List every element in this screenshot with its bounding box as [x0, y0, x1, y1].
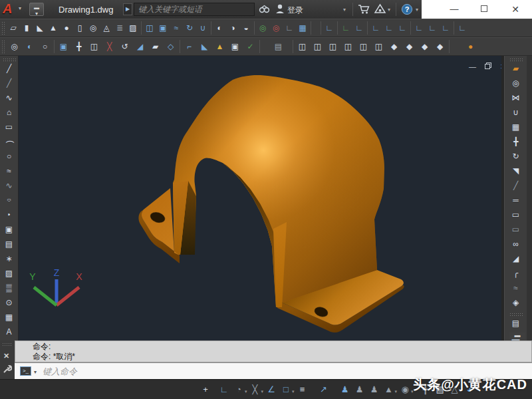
polar-tracking-caret-icon[interactable]: ▾ [245, 389, 247, 394]
view-front-icon[interactable]: ◫ [357, 39, 370, 54]
circle-icon[interactable]: ○ [3, 150, 16, 162]
ucs-icon[interactable]: ∟ [323, 21, 336, 35]
offset-icon[interactable]: ∪ [509, 106, 523, 118]
window-maximize-button[interactable] [469, 0, 499, 19]
polysolid-icon[interactable]: ▱ [7, 21, 20, 35]
rotate-icon[interactable]: ↻ [509, 150, 523, 162]
object-snap-caret-icon[interactable]: ▾ [292, 389, 295, 394]
hatch-icon[interactable]: ▨ [3, 267, 16, 279]
command-prompt-caret-icon[interactable]: ▾ [34, 369, 37, 375]
mirror-icon[interactable]: ⋈ [509, 92, 523, 104]
properties-icon[interactable]: ▤ [509, 317, 523, 329]
section-plane-icon[interactable]: ▤ [272, 39, 285, 54]
a360-caret-icon[interactable]: ▾ [388, 7, 390, 13]
gradient-icon[interactable]: ▒ [3, 282, 16, 294]
autocad-logo-icon[interactable]: A [3, 1, 19, 17]
isometric-drafting-icon[interactable]: ╳ [248, 382, 263, 398]
join-icon[interactable]: ∞ [509, 238, 523, 250]
command-grip[interactable] [2, 342, 13, 346]
blend-curves-icon[interactable]: ≈ [509, 282, 523, 294]
wedge-icon[interactable]: ◣ [33, 21, 47, 35]
viewport-close-button[interactable]: ✕ [499, 62, 501, 71]
check-interference-icon[interactable]: ✓ [244, 39, 257, 54]
move-icon[interactable]: ╋ [509, 136, 523, 148]
break-icon[interactable]: ▭ [509, 223, 523, 235]
3d-walk-icon[interactable]: ∟ [283, 21, 296, 35]
ucs-x-rotate-icon[interactable]: ∟ [456, 21, 469, 35]
view-nw-iso-icon[interactable]: ◆ [434, 39, 447, 54]
chamfer-icon[interactable]: ◢ [509, 253, 523, 265]
line-icon[interactable]: ╱ [3, 63, 16, 74]
view-bottom-icon[interactable]: ◫ [311, 39, 325, 54]
ucs-world-icon[interactable]: ∟ [339, 21, 352, 35]
toolbar-grip[interactable] [509, 313, 523, 316]
view-se-iso-icon[interactable]: ◆ [403, 39, 416, 54]
rectangle-icon[interactable]: ▭ [3, 121, 16, 133]
login-button[interactable]: 登录 [287, 5, 303, 16]
chamfer-edge-icon[interactable]: ◣ [198, 39, 211, 54]
ucs-zaxis-icon[interactable]: ∟ [426, 21, 439, 35]
array-icon[interactable]: ▦ [509, 121, 523, 133]
annotation-visibility-caret-icon[interactable]: ▾ [395, 389, 398, 394]
planar-surface-icon[interactable]: ▨ [126, 21, 140, 35]
ucs-view-icon[interactable]: ∟ [396, 21, 409, 35]
dynamic-ucs-icon[interactable]: ♟ [367, 382, 382, 398]
3d-align-icon[interactable]: ▰ [149, 39, 162, 54]
3d-move-icon[interactable]: ╋ [72, 39, 86, 54]
toolbar-grip[interactable] [509, 58, 523, 61]
wireframe-style-icon[interactable]: ◐ [213, 21, 226, 35]
sphere-icon[interactable]: ● [60, 21, 73, 35]
pyramid-icon[interactable]: ◬ [100, 21, 113, 35]
viewcube-icon[interactable]: ▦ [296, 21, 309, 35]
logo-caret-icon[interactable]: ▾ [19, 5, 21, 11]
help-caret-icon[interactable]: ▾ [416, 7, 418, 13]
ucs-face-icon[interactable]: ∟ [382, 21, 396, 35]
hidden-icon[interactable]: ○ [39, 39, 52, 54]
sweep-icon[interactable]: ≈ [170, 21, 183, 35]
extend-icon[interactable]: ═ [509, 194, 523, 206]
revision-cloud-icon[interactable]: ≈ [3, 165, 16, 177]
construction-line-icon[interactable]: ╱ [3, 77, 16, 89]
3d-object-snap-icon[interactable]: ♟ [352, 382, 367, 398]
selection-cycling-icon[interactable]: ♟ [338, 382, 352, 398]
view-ne-iso-icon[interactable]: ◆ [418, 39, 432, 54]
create-block-icon[interactable]: ▤ [3, 238, 16, 250]
view-sw-iso-icon[interactable]: ◆ [388, 39, 401, 54]
panel-collapse-button[interactable]: ▬ [509, 332, 525, 339]
wrench-icon[interactable] [2, 364, 12, 377]
view-right-icon[interactable]: ◫ [342, 39, 355, 54]
toolbar-grip[interactable] [1, 40, 5, 53]
polygon-icon[interactable]: ⌂ [3, 106, 16, 118]
toolbar-grip[interactable] [3, 58, 16, 61]
3d-rotate-icon[interactable]: ↺ [118, 39, 132, 54]
command-close-button[interactable]: ✕ [3, 352, 9, 360]
2d-wireframe-icon[interactable]: ◎ [8, 39, 21, 54]
polyline-icon[interactable]: ∿ [3, 92, 16, 104]
ucs-3point-icon[interactable]: ∟ [439, 21, 452, 35]
union-icon[interactable]: ▣ [57, 39, 70, 54]
copy-icon[interactable]: ◎ [509, 77, 523, 89]
ortho-mode-icon[interactable]: ∟ [217, 382, 231, 398]
view-left-icon[interactable]: ◫ [327, 39, 340, 54]
scale-icon[interactable]: ◥ [509, 165, 523, 177]
3d-copy-icon[interactable]: ◫ [88, 39, 101, 54]
viewport-restore-button[interactable] [483, 62, 492, 71]
cart-icon[interactable] [358, 3, 370, 17]
dynamic-input-icon[interactable]: ↗ [317, 382, 331, 398]
ellipse-arc-icon[interactable]: ◗ [3, 211, 16, 218]
ucs-previous-icon[interactable]: ∟ [352, 21, 366, 35]
binoculars-icon[interactable] [259, 3, 270, 17]
command-prompt-icon[interactable]: >_ [20, 366, 31, 376]
quick-access-toolbar-button[interactable]: ▬▾ [29, 3, 44, 16]
window-close-button[interactable]: ✕ [501, 0, 530, 19]
ellipse-icon[interactable]: ○ [3, 196, 16, 203]
search-input[interactable] [134, 3, 255, 16]
arc-icon[interactable]: ) [3, 135, 15, 148]
trim-icon[interactable]: ╱ [509, 180, 523, 192]
annotation-visibility-icon[interactable]: ▲ [382, 382, 396, 398]
view-top-icon[interactable]: ◫ [296, 39, 309, 54]
help-icon[interactable]: ? [401, 3, 413, 18]
extract-edges-icon[interactable]: ◇ [164, 39, 178, 54]
viewport-minimize-button[interactable]: — [468, 62, 477, 71]
osnap-tracking-icon[interactable]: ∠ [264, 382, 279, 398]
